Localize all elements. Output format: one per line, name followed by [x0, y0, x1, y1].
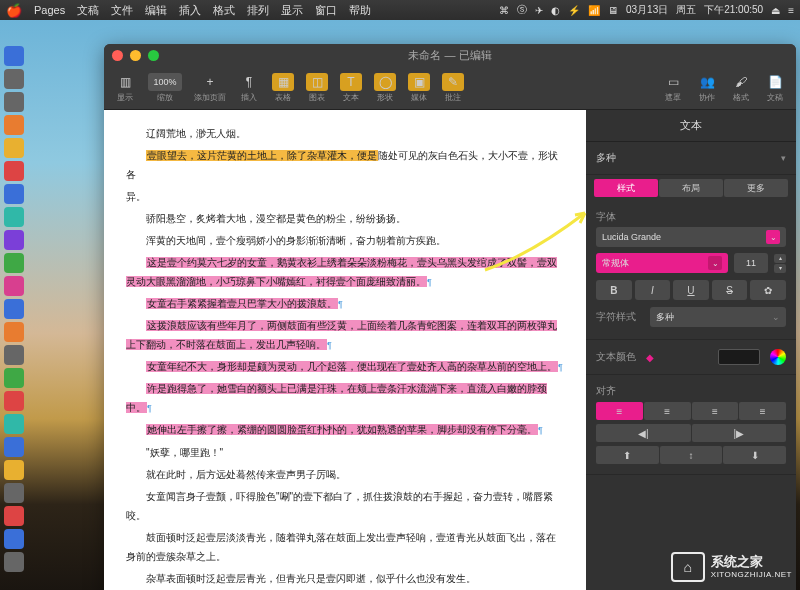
- text-line: "妖孽，哪里跑！": [126, 443, 564, 462]
- status-icon[interactable]: 🖥: [608, 5, 618, 16]
- bold-button[interactable]: B: [596, 280, 632, 300]
- status-icon[interactable]: ⚡: [568, 5, 580, 16]
- dock-app[interactable]: [4, 207, 24, 227]
- status-icon[interactable]: ⌘: [499, 5, 509, 16]
- text-options-button[interactable]: ✿: [750, 280, 786, 300]
- italic-button[interactable]: I: [635, 280, 671, 300]
- watermark: ⌂ 系统之家 XITONGZHIJIA.NET: [671, 552, 792, 582]
- text-line: 骄阳悬空，炙烤着大地，漫空都是黄色的粉尘，纷纷扬扬。: [126, 209, 564, 228]
- apple-menu[interactable]: 🍎: [6, 3, 22, 18]
- view-button[interactable]: ▥显示: [110, 71, 140, 105]
- valign-bottom[interactable]: ⬇: [723, 446, 786, 464]
- tab-layout[interactable]: 布局: [659, 179, 723, 197]
- add-page-button[interactable]: +添加页面: [190, 71, 230, 105]
- dock-app[interactable]: [4, 184, 24, 204]
- status-time[interactable]: 下午21:00:50: [704, 3, 763, 17]
- mask-button[interactable]: ▭遮罩: [658, 71, 688, 105]
- dock-app[interactable]: [4, 368, 24, 388]
- status-icon[interactable]: ✈: [535, 5, 543, 16]
- format-button[interactable]: 🖌格式: [726, 71, 756, 105]
- dock-app[interactable]: [4, 483, 24, 503]
- inspector-sub-tabs: 样式 布局 更多: [586, 179, 796, 197]
- document-button[interactable]: 📄文稿: [760, 71, 790, 105]
- dock-app[interactable]: [4, 322, 24, 342]
- font-weight-dropdown[interactable]: 常规体⌄: [596, 253, 728, 273]
- status-icon[interactable]: ⓢ: [517, 3, 527, 17]
- media-button[interactable]: ▣媒体: [404, 71, 434, 105]
- menu-window[interactable]: 窗口: [315, 3, 337, 18]
- tab-style[interactable]: 样式: [594, 179, 658, 197]
- dock-app[interactable]: [4, 460, 24, 480]
- color-picker-icon[interactable]: [770, 349, 786, 365]
- text-color-swatch[interactable]: [718, 349, 760, 365]
- status-icon[interactable]: 📶: [588, 5, 600, 16]
- outdent-button[interactable]: ◀|: [596, 424, 691, 442]
- menu-view[interactable]: 显示: [281, 3, 303, 18]
- text-button[interactable]: T文本: [336, 71, 366, 105]
- align-justify[interactable]: ≡: [739, 402, 786, 420]
- indent-button[interactable]: |▶: [692, 424, 787, 442]
- menu-wengao[interactable]: 文稿: [77, 3, 99, 18]
- menu-edit[interactable]: 编辑: [145, 3, 167, 18]
- paragraph-style-section: 多种▾: [586, 142, 796, 175]
- document-page[interactable]: 辽阔荒地，渺无人烟。 壹眼望去，这片茫黄的土地上，除了杂草灌木，便是随处可见的灰…: [104, 110, 586, 590]
- status-icon[interactable]: ⏏: [771, 5, 780, 16]
- dock-app[interactable]: [4, 92, 24, 112]
- align-center[interactable]: ≡: [644, 402, 691, 420]
- underline-button[interactable]: U: [673, 280, 709, 300]
- strike-button[interactable]: S: [712, 280, 748, 300]
- dock-app[interactable]: [4, 414, 24, 434]
- dock-app[interactable]: [4, 115, 24, 135]
- dock-app[interactable]: [4, 391, 24, 411]
- status-date[interactable]: 03月13日: [626, 3, 668, 17]
- dock-app[interactable]: [4, 437, 24, 457]
- fullscreen-button[interactable]: [148, 50, 159, 61]
- dock-app-finder[interactable]: [4, 46, 24, 66]
- dock-app[interactable]: [4, 529, 24, 549]
- chart-button[interactable]: ◫图表: [302, 71, 332, 105]
- status-icon[interactable]: ≡: [788, 5, 794, 16]
- dock-app[interactable]: [4, 161, 24, 181]
- valign-middle[interactable]: ↕: [660, 446, 723, 464]
- menu-file[interactable]: 文件: [111, 3, 133, 18]
- dock-app[interactable]: [4, 138, 24, 158]
- char-style-dropdown[interactable]: 多种⌄: [650, 307, 786, 327]
- titlebar[interactable]: 未命名 — 已编辑: [104, 44, 796, 66]
- watermark-logo-icon: ⌂: [671, 552, 705, 582]
- font-size-field[interactable]: 11: [734, 253, 768, 273]
- dock-app[interactable]: [4, 276, 24, 296]
- tab-more[interactable]: 更多: [724, 179, 788, 197]
- table-button[interactable]: ▦表格: [268, 71, 298, 105]
- valign-top[interactable]: ⬆: [596, 446, 659, 464]
- app-name[interactable]: Pages: [34, 4, 65, 16]
- dock-app[interactable]: [4, 345, 24, 365]
- size-down[interactable]: ▾: [774, 264, 786, 273]
- size-up[interactable]: ▴: [774, 254, 786, 263]
- dock-app[interactable]: [4, 299, 24, 319]
- align-label: 对齐: [596, 384, 616, 398]
- font-family-dropdown[interactable]: Lucida Grande⌄: [596, 227, 786, 247]
- status-icon[interactable]: ◐: [551, 5, 560, 16]
- align-left[interactable]: ≡: [596, 402, 643, 420]
- close-button[interactable]: [112, 50, 123, 61]
- dock-app[interactable]: [4, 253, 24, 273]
- collab-button[interactable]: 👥协作: [692, 71, 722, 105]
- align-right[interactable]: ≡: [692, 402, 739, 420]
- shape-button[interactable]: ◯形状: [370, 71, 400, 105]
- dock-app[interactable]: [4, 552, 24, 572]
- comment-button[interactable]: ✎批注: [438, 71, 468, 105]
- dock-app[interactable]: [4, 506, 24, 526]
- paragraph-style-dropdown[interactable]: 多种▾: [596, 151, 786, 165]
- text-line: 壹眼望去，这片茫黄的土地上，除了杂草灌木，便是随处可见的灰白色石头，大小不壹，形…: [126, 146, 564, 184]
- menu-insert[interactable]: 插入: [179, 3, 201, 18]
- status-weekday[interactable]: 周五: [676, 3, 696, 17]
- insert-button[interactable]: ¶插入: [234, 71, 264, 105]
- zoom-dropdown[interactable]: 100%缩放: [144, 71, 186, 105]
- menu-arrange[interactable]: 排列: [247, 3, 269, 18]
- dock-app[interactable]: [4, 69, 24, 89]
- dock-app[interactable]: [4, 230, 24, 250]
- menu-help[interactable]: 帮助: [349, 3, 371, 18]
- menu-format[interactable]: 格式: [213, 3, 235, 18]
- minimize-button[interactable]: [130, 50, 141, 61]
- text-line: 辽阔荒地，渺无人烟。: [126, 124, 564, 143]
